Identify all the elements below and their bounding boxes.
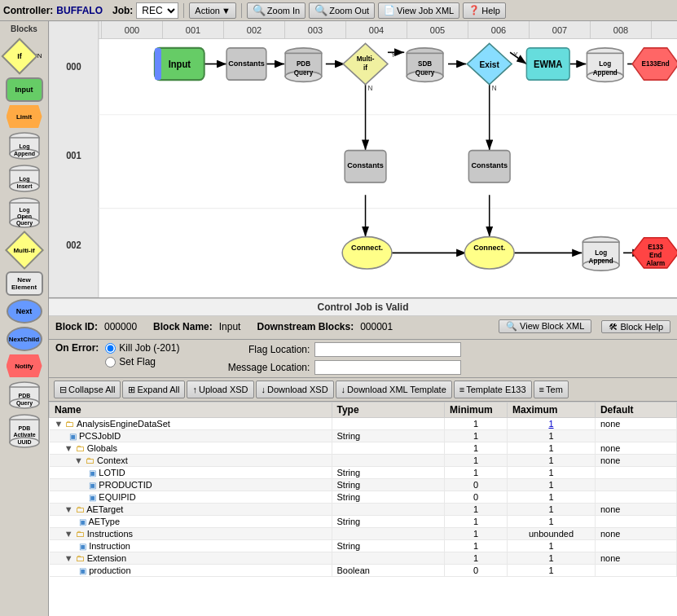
action-label: Action (195, 6, 220, 15)
table-row[interactable]: ▣ LOTIDString11 (50, 467, 677, 479)
expand-all-button[interactable]: ⊞ Expand All (122, 381, 185, 398)
table-cell-max: 1 (508, 430, 596, 442)
sidebar-item-log-append[interactable]: Log Append (7, 131, 42, 161)
table-cell-name: ▼ 🗀 AETarget (50, 504, 332, 516)
table-cell-default: none (595, 528, 676, 540)
input-label: Input (15, 86, 33, 94)
table-cell-name: ▣ Instruction (50, 540, 332, 552)
svg-text:if: if (363, 64, 367, 72)
svg-text:EWMA: EWMA (534, 58, 563, 68)
table-cell-min: 1 (445, 455, 508, 467)
sidebar-item-limit[interactable]: Limit (7, 105, 42, 128)
view-job-xml-button[interactable]: 📄 View Job XML (378, 2, 459, 19)
job-select[interactable]: REC (136, 2, 178, 19)
download-xsd-label: Download XSD (267, 385, 328, 394)
template-e133-button[interactable]: ≡ Template E133 (454, 381, 532, 398)
error-radio-group: Kill Job (-201) Set Flag (105, 342, 179, 367)
svg-text:Connect.: Connect. (351, 243, 383, 252)
kill-job-radio[interactable] (105, 343, 116, 354)
message-location-input[interactable] (314, 360, 461, 375)
error-panel: On Error: Kill Job (-201) Set Flag Flag … (49, 340, 677, 378)
svg-text:E133: E133 (648, 243, 663, 251)
table-cell-min: 1 (445, 430, 508, 442)
table-cell-min: 1 (445, 540, 508, 552)
download-xml-template-button[interactable]: ↓ Download XML Template (336, 381, 452, 398)
blocks-sidebar: Blocks If Y N Input Limit Log Append (0, 21, 49, 616)
log-insert-icon: Log Insert (7, 164, 42, 193)
svg-line-39 (510, 52, 526, 64)
tem-button[interactable]: ≡ Tem (534, 381, 569, 398)
set-flag-option[interactable]: Set Flag (105, 356, 179, 367)
table-row[interactable]: ▼ 🗀 Extension11none (50, 552, 677, 565)
sidebar-item-new-element[interactable]: NewElement (6, 271, 43, 296)
svg-text:Log: Log (19, 176, 29, 183)
tem-icon: ≡ (539, 385, 544, 394)
sidebar-item-if[interactable]: If Y N (7, 38, 42, 74)
svg-text:Constants: Constants (228, 58, 265, 67)
table-cell-type (332, 418, 445, 430)
table-row[interactable]: ▼ 🗀 AETarget11none (50, 504, 677, 516)
view-block-xml-label: View Block XML (520, 321, 584, 331)
zoom-in-label: Zoom In (267, 6, 300, 15)
upload-xsd-label: Upload XSD (199, 385, 248, 394)
svg-text:PDB: PDB (18, 425, 30, 431)
table-cell-type: Boolean (332, 565, 445, 577)
table-cell-min: 0 (445, 565, 508, 577)
table-row[interactable]: ▣ PCSJobIDString11 (50, 430, 677, 442)
sidebar-item-pdb-query[interactable]: PDB Query (7, 381, 42, 410)
sidebar-item-log-insert[interactable]: Log Insert (7, 164, 42, 193)
table-cell-type (332, 442, 445, 455)
svg-text:Log: Log (19, 143, 29, 150)
table-cell-max: 1 (508, 479, 596, 491)
table-row[interactable]: ▣ PRODUCTIDString01 (50, 479, 677, 491)
sidebar-item-log-open-query[interactable]: Log Open Query (7, 196, 42, 229)
zoom-out-button[interactable]: 🔍 Zoom Out (309, 2, 375, 19)
svg-text:Connect.: Connect. (473, 243, 505, 252)
table-row[interactable]: ▼ 🗀 Instructions1unboundednone (50, 528, 677, 540)
svg-text:UUID: UUID (17, 439, 31, 445)
downstream-label: Downstream Blocks: (257, 321, 354, 332)
table-row[interactable]: ▼ 🗀 Context11none (50, 455, 677, 467)
message-location-row: Message Location: (212, 360, 461, 375)
new-element-label: NewElement (11, 276, 37, 291)
block-help-button[interactable]: 🛠 Block Help (601, 320, 670, 333)
sidebar-item-multi-if[interactable]: Multi-if (7, 232, 42, 268)
table-cell-max: 1 (508, 467, 596, 479)
table-row[interactable]: ▣ productionBoolean01 (50, 565, 677, 577)
flag-location-row: Flag Location: (212, 342, 461, 357)
svg-text:002: 002 (66, 239, 81, 249)
sidebar-if-label: If (17, 52, 22, 60)
table-row[interactable]: ▣ AETypeString11 (50, 516, 677, 528)
flag-location-input[interactable] (314, 342, 461, 357)
table-row[interactable]: ▼ 🗀 Globals11none (50, 442, 677, 455)
table-row[interactable]: ▣ InstructionString11 (50, 540, 677, 552)
block-id-value: 000000 (104, 321, 137, 332)
table-cell-min: 1 (445, 418, 508, 430)
table-cell-default: none (595, 552, 676, 565)
sidebar-item-next-child[interactable]: NextChild (7, 327, 42, 351)
table-row[interactable]: ▣ EQUIPIDString01 (50, 491, 677, 504)
svg-rect-52 (155, 48, 161, 80)
log-open-query-icon: Log Open Query (7, 196, 42, 229)
zoom-in-button[interactable]: 🔍 Zoom In (247, 2, 306, 19)
sidebar-item-pdb-activate-uuid[interactable]: PDB Activate UUID (7, 413, 42, 449)
help-button[interactable]: ❓ Help (463, 2, 506, 19)
set-flag-radio[interactable] (105, 357, 116, 367)
collapse-all-button[interactable]: ⊟ Collapse All (54, 381, 121, 398)
upload-xsd-button[interactable]: ↑ Upload XSD (187, 381, 253, 398)
sidebar-item-notify[interactable]: Notify (7, 354, 42, 377)
view-block-xml-button[interactable]: 🔍 View Block XML (499, 319, 591, 333)
collapse-all-icon: ⊟ (59, 385, 67, 395)
block-id-label: Block ID: (55, 321, 98, 332)
svg-text:N: N (492, 84, 497, 92)
svg-text:Activate: Activate (13, 432, 35, 438)
main-toolbar: Controller: BUFFALO Job: REC Action ▼ 🔍 … (0, 0, 677, 21)
sidebar-item-next[interactable]: Next (7, 299, 42, 323)
download-xsd-button[interactable]: ↓ Download XSD (256, 381, 334, 398)
action-button[interactable]: Action ▼ (189, 2, 235, 19)
table-row[interactable]: ▼ 🗀 AnalysisEngineDataSet11none (50, 418, 677, 430)
block-help-label: Block Help (620, 322, 663, 332)
kill-job-option[interactable]: Kill Job (-201) (105, 342, 179, 354)
sidebar-item-input[interactable]: Input (6, 77, 43, 102)
table-cell-name: ▼ 🗀 Globals (50, 442, 332, 455)
